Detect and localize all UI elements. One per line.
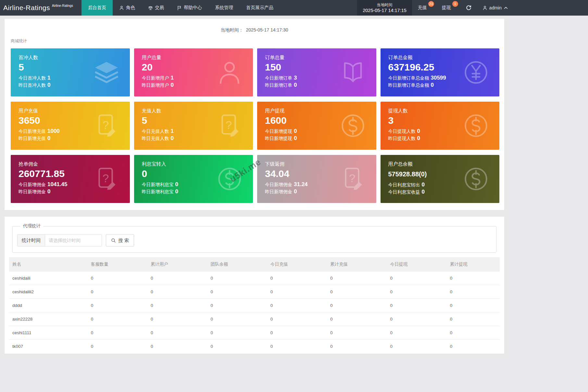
- server-time-value: 2025-05-17 14:17:30: [246, 27, 288, 32]
- table-row: dddd0000000: [9, 299, 500, 312]
- value-cell: 0: [207, 326, 267, 340]
- column-header: 今日提现: [387, 257, 446, 272]
- search-button[interactable]: 搜 索: [106, 234, 134, 247]
- agent-name-cell: axin22228: [9, 312, 88, 326]
- value-cell: 0: [267, 312, 327, 326]
- value-cell: 0: [147, 326, 207, 340]
- stat-line-value: 0: [175, 188, 178, 195]
- stat-line-value: 0: [171, 82, 174, 88]
- stat-line-label: 今日新增利息宝: [142, 182, 174, 187]
- stat-line-label: 昨日新增利息宝: [142, 189, 174, 194]
- stat-line-label: 今日新增佣金: [19, 182, 46, 187]
- stat-line-value: 31.24: [294, 181, 308, 187]
- book-icon: [340, 59, 366, 85]
- person-icon: [217, 59, 243, 85]
- value-cell: 0: [447, 340, 500, 353]
- stat-card: 充值人数5今日充值人数1昨日充值人数0?: [134, 102, 253, 150]
- stat-line-value: 0: [431, 82, 434, 88]
- stat-time-input-group: 统计时间: [17, 234, 102, 247]
- stat-line-label: 今日充值人数: [142, 129, 169, 134]
- value-cell: 0: [207, 272, 267, 285]
- stat-line-label: 今日首冲人数: [19, 75, 46, 81]
- stat-line-value: 1041.45: [47, 181, 67, 187]
- stat-line-value: 0: [422, 182, 425, 188]
- stat-line-label: 今日利息宝收益: [388, 189, 420, 195]
- server-time: 当地时间：2025-05-17 14:17:30: [5, 27, 504, 33]
- column-header: 累计充值: [327, 257, 387, 272]
- stat-line-value: 0: [294, 128, 297, 134]
- user-icon: [119, 6, 124, 10]
- value-cell: 0: [88, 299, 147, 312]
- column-header: 团队余额: [207, 257, 267, 272]
- value-cell: 0: [267, 340, 327, 353]
- menu-item[interactable]: 首页展示产品: [240, 0, 280, 16]
- stat-card: 用户提现1600今日新增提现0昨日新增提现0: [257, 102, 376, 150]
- stat-line-label: 今日新增提现: [265, 129, 292, 134]
- stat-line-value: 1000: [47, 128, 60, 134]
- value-cell: 0: [267, 326, 327, 340]
- menu-item-label: 后台首页: [88, 5, 106, 11]
- flag-icon: [177, 6, 182, 10]
- value-cell: 0: [447, 326, 500, 340]
- value-cell: 0: [147, 299, 207, 312]
- agent-name-cell: ceshi1111: [9, 326, 88, 340]
- menu-item[interactable]: 帮助中心: [170, 0, 208, 16]
- value-cell: 0: [147, 340, 207, 353]
- column-header: 累计提现: [447, 257, 500, 272]
- column-header: 客服数量: [88, 257, 147, 272]
- stat-line-value: 0: [171, 135, 174, 141]
- value-cell: 0: [387, 272, 446, 285]
- table-header-row: 姓名客服数量累计用户团队余额今日充值累计充值今日提现累计提现: [9, 257, 500, 272]
- withdraw-nav-button[interactable]: 提现 0: [436, 0, 460, 16]
- stat-line-label: 今日提现人数: [388, 129, 416, 134]
- menu-item[interactable]: 后台首页: [81, 0, 113, 16]
- value-cell: 0: [327, 299, 387, 312]
- dollar-icon: [463, 113, 489, 139]
- dollar-icon: [463, 166, 489, 192]
- user-icon: [482, 6, 487, 10]
- edit-icon: ?: [217, 113, 243, 139]
- column-header: 姓名: [9, 257, 88, 272]
- value-cell: 0: [387, 326, 446, 340]
- stat-line-value: 0: [47, 188, 50, 195]
- stat-line-label: 今日新增订单总金额: [388, 75, 429, 81]
- menu-item-label: 交易: [155, 5, 164, 11]
- stat-line-value: 0: [294, 82, 297, 88]
- local-time-value: 2025-05-17 14:17:15: [363, 7, 407, 13]
- recharge-nav-button[interactable]: 充值 23: [412, 0, 436, 16]
- stat-line-value: 0: [422, 189, 425, 195]
- value-cell: 0: [447, 285, 500, 299]
- column-header: 今日充值: [267, 257, 327, 272]
- stat-card: 订单总金额637196.25今日新增订单总金额30599昨日新增订单总金额0: [381, 48, 500, 96]
- stat-line-value: 1: [47, 75, 50, 81]
- value-cell: 0: [327, 326, 387, 340]
- stat-line-value: 1: [171, 75, 174, 81]
- stat-line-label: 昨日新增订单总金额: [388, 82, 429, 88]
- agent-table: 姓名客服数量累计用户团队余额今日充值累计充值今日提现累计提现 ceshidail…: [9, 257, 500, 353]
- stat-line-value: 3: [294, 75, 297, 81]
- value-cell: 0: [147, 312, 207, 326]
- page-container: 当地时间：2025-05-17 14:17:30 商城统计 首冲人数5今日首冲人…: [5, 19, 504, 354]
- table-row: tk0070000000: [9, 340, 500, 353]
- user-menu[interactable]: admin: [477, 0, 513, 16]
- withdraw-badge: 0: [452, 1, 458, 7]
- edit-icon: ?: [94, 166, 119, 192]
- value-cell: 0: [267, 299, 327, 312]
- stat-line-label: 今日新增用户: [142, 75, 169, 81]
- svg-text:?: ?: [226, 119, 232, 131]
- menu-item[interactable]: 交易: [142, 0, 170, 16]
- refresh-icon: [466, 5, 471, 11]
- stat-line-label: 昨日提现人数: [388, 136, 416, 141]
- stat-line-label: 昨日新增佣金: [19, 189, 46, 194]
- stat-time-input[interactable]: [45, 234, 102, 246]
- layers-icon: [94, 59, 119, 85]
- chevron-up-icon: [504, 6, 508, 9]
- value-cell: 0: [447, 312, 500, 326]
- menu-item[interactable]: 角色: [113, 0, 142, 16]
- menu-item[interactable]: 系统管理: [208, 0, 240, 16]
- agent-name-cell: ceshidalili2: [9, 285, 88, 299]
- agent-name-cell: ceshidaili: [9, 272, 88, 285]
- refresh-button[interactable]: [460, 0, 477, 16]
- value-cell: 0: [147, 285, 207, 299]
- search-button-label: 搜 索: [118, 237, 129, 244]
